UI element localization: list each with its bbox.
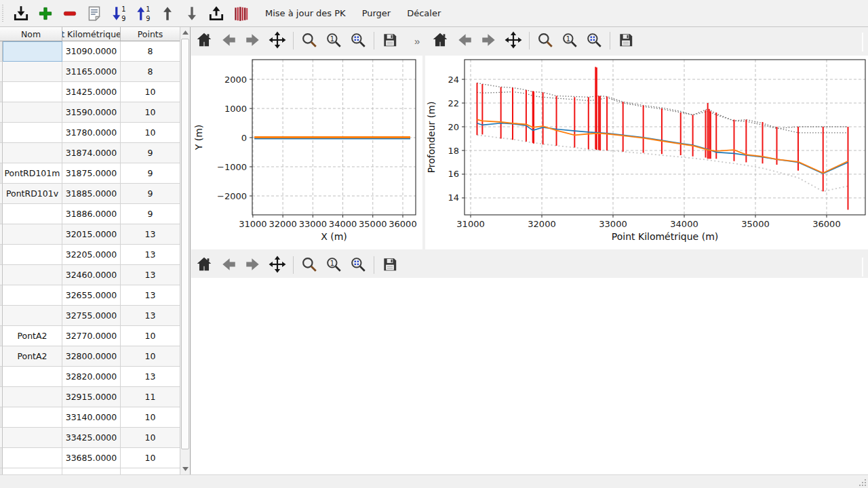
forward-button[interactable] xyxy=(478,30,500,52)
zoom-one-button[interactable]: 1 xyxy=(559,30,580,52)
zoom-fit-button[interactable] xyxy=(347,30,369,52)
cell-point-kilometrique[interactable]: 33425.0000 xyxy=(62,428,121,448)
toolbar-overflow-button[interactable]: » xyxy=(410,35,424,47)
cell-nom[interactable] xyxy=(3,82,62,102)
cell-empty[interactable] xyxy=(62,468,121,474)
cell-point-kilometrique[interactable]: 32755.0000 xyxy=(62,306,121,326)
cell-points[interactable]: 10 xyxy=(121,82,180,102)
cell-nom[interactable] xyxy=(3,224,62,245)
cell-point-kilometrique[interactable]: 32015.0000 xyxy=(62,224,121,245)
cell-nom[interactable] xyxy=(3,143,62,163)
cell-point-kilometrique[interactable]: 32655.0000 xyxy=(62,285,121,306)
cell-nom[interactable] xyxy=(3,123,62,143)
cell-points[interactable]: 9 xyxy=(121,143,180,163)
cell-points[interactable]: 10 xyxy=(121,448,180,468)
forward-button[interactable] xyxy=(242,30,264,52)
zoom-fit-button[interactable] xyxy=(347,254,369,276)
cell-points[interactable]: 9 xyxy=(121,163,180,184)
save-button[interactable] xyxy=(615,30,637,52)
cell-points[interactable]: 10 xyxy=(121,407,180,428)
pan-button[interactable] xyxy=(267,30,288,52)
cell-points[interactable]: 13 xyxy=(121,265,180,285)
cell-nom[interactable] xyxy=(3,245,62,265)
cell-points[interactable]: 13 xyxy=(121,224,180,245)
scrollbar-thumb[interactable] xyxy=(181,39,189,449)
cell-points[interactable]: 13 xyxy=(121,306,180,326)
cell-point-kilometrique[interactable]: 31875.0000 xyxy=(62,163,121,184)
move-down-button[interactable] xyxy=(180,2,204,25)
resize-grip-icon[interactable] xyxy=(858,478,867,487)
cell-point-kilometrique[interactable]: 32770.0000 xyxy=(62,326,121,346)
cell-points[interactable]: 9 xyxy=(121,184,180,204)
cell-nom[interactable] xyxy=(3,387,62,407)
sort-descending-button[interactable]: 19 xyxy=(131,2,155,25)
cell-points[interactable]: 9 xyxy=(121,204,180,224)
cell-point-kilometrique[interactable]: 33140.0000 xyxy=(62,407,121,428)
cell-point-kilometrique[interactable]: 32205.0000 xyxy=(62,245,121,265)
sort-ascending-button[interactable]: 19 xyxy=(106,2,131,25)
cell-points[interactable]: 13 xyxy=(121,245,180,265)
column-header-point-kilometrique[interactable]: t Kilométrique xyxy=(62,27,121,41)
back-button[interactable] xyxy=(454,30,475,52)
cell-points[interactable]: 10 xyxy=(121,346,180,367)
back-button[interactable] xyxy=(218,254,239,276)
toolbar-grip[interactable] xyxy=(1,5,6,22)
cell-nom[interactable]: PontRD101v xyxy=(3,184,62,204)
cell-nom[interactable] xyxy=(3,285,62,306)
cell-point-kilometrique[interactable]: 32820.0000 xyxy=(62,367,121,387)
home-button[interactable] xyxy=(193,254,215,276)
cell-points[interactable]: 13 xyxy=(121,367,180,387)
cell-nom[interactable] xyxy=(3,204,62,224)
cell-point-kilometrique[interactable]: 31874.0000 xyxy=(62,143,121,163)
cell-nom[interactable]: PontA2 xyxy=(3,346,62,367)
import-button[interactable] xyxy=(9,2,33,25)
save-button[interactable] xyxy=(379,30,401,52)
move-up-button[interactable] xyxy=(155,2,180,25)
action-button-0[interactable]: Mise à jour des PK xyxy=(257,2,354,25)
cell-nom[interactable]: PontA2 xyxy=(3,326,62,346)
save-button[interactable] xyxy=(379,254,401,276)
cell-nom[interactable] xyxy=(3,102,62,123)
cell-points[interactable]: 10 xyxy=(121,326,180,346)
back-button[interactable] xyxy=(218,30,239,52)
notes-button[interactable] xyxy=(82,2,106,25)
cell-points[interactable]: 10 xyxy=(121,123,180,143)
home-button[interactable] xyxy=(429,30,451,52)
scroll-down-arrow-icon[interactable] xyxy=(180,464,190,474)
cell-nom[interactable] xyxy=(3,407,62,428)
cell-point-kilometrique[interactable]: 31885.0000 xyxy=(62,184,121,204)
cell-point-kilometrique[interactable]: 31165.0000 xyxy=(62,62,121,82)
zoom-button[interactable] xyxy=(534,30,556,52)
cell-nom[interactable] xyxy=(3,428,62,448)
action-button-2[interactable]: Décaler xyxy=(399,2,449,25)
empty-chart-canvas[interactable] xyxy=(191,278,868,474)
cell-point-kilometrique[interactable]: 31425.0000 xyxy=(62,82,121,102)
cell-nom[interactable] xyxy=(3,41,62,62)
cell-nom[interactable]: PontRD101m xyxy=(3,163,62,184)
zoom-fit-button[interactable] xyxy=(583,30,605,52)
remove-button[interactable] xyxy=(58,2,82,25)
zoom-one-button[interactable]: 1 xyxy=(323,30,344,52)
column-header-points[interactable]: Points xyxy=(121,27,180,41)
add-button[interactable] xyxy=(33,2,58,25)
export-button[interactable] xyxy=(204,2,229,25)
zoom-one-button[interactable]: 1 xyxy=(323,254,344,276)
pan-button[interactable] xyxy=(267,254,288,276)
cell-points[interactable]: 10 xyxy=(121,102,180,123)
cell-points[interactable]: 13 xyxy=(121,285,180,306)
pan-button[interactable] xyxy=(502,30,524,52)
cell-points[interactable]: 10 xyxy=(121,428,180,448)
cell-points[interactable]: 8 xyxy=(121,41,180,62)
depth-profile-chart-canvas[interactable]: 3100032000330003400035000360001416182022… xyxy=(425,56,868,249)
action-button-1[interactable]: Purger xyxy=(354,2,399,25)
cell-empty[interactable] xyxy=(121,468,180,474)
cell-point-kilometrique[interactable]: 31590.0000 xyxy=(62,102,121,123)
cell-nom[interactable] xyxy=(3,448,62,468)
cell-nom[interactable] xyxy=(3,306,62,326)
cell-point-kilometrique[interactable]: 33685.0000 xyxy=(62,448,121,468)
forward-button[interactable] xyxy=(242,254,264,276)
cell-nom[interactable] xyxy=(3,265,62,285)
cell-point-kilometrique[interactable]: 31780.0000 xyxy=(62,123,121,143)
home-button[interactable] xyxy=(193,30,215,52)
cell-point-kilometrique[interactable]: 32915.0000 xyxy=(62,387,121,407)
